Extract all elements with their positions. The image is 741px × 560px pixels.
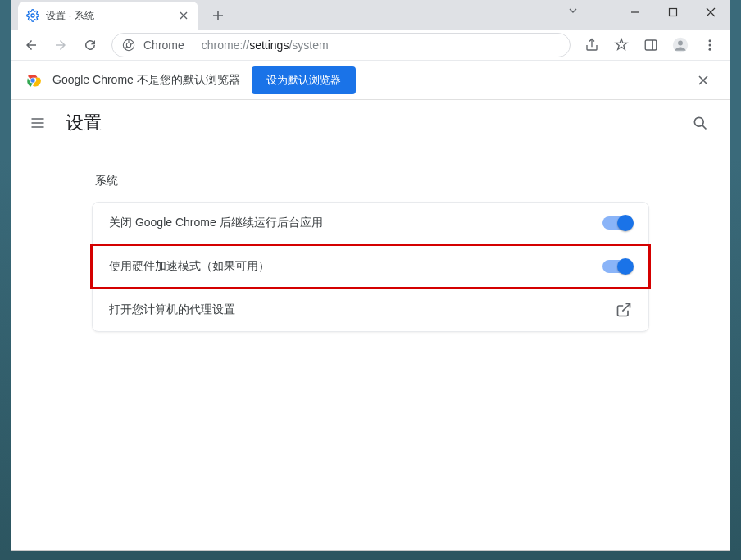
toggle-background-apps[interactable] <box>602 216 632 230</box>
url-text: chrome://settings/system <box>202 39 329 52</box>
close-window-button[interactable] <box>692 0 730 25</box>
svg-line-15 <box>702 125 707 130</box>
svg-point-14 <box>694 117 703 126</box>
site-label: Chrome <box>143 39 184 52</box>
sidepanel-button[interactable] <box>638 32 664 58</box>
svg-rect-1 <box>670 9 677 16</box>
chrome-logo-icon <box>25 72 41 89</box>
row-proxy-settings[interactable]: 打开您计算机的代理设置 <box>93 289 648 331</box>
system-settings-card: 关闭 Google Chrome 后继续运行后台应用 使用硬件加速模式（如果可用… <box>92 202 649 332</box>
share-button[interactable] <box>579 32 605 58</box>
settings-content: 系统 关闭 Google Chrome 后继续运行后台应用 使用硬件加速模式（如… <box>11 146 730 550</box>
chrome-icon <box>122 39 135 52</box>
page-title: 设置 <box>66 111 102 135</box>
svg-point-7 <box>678 40 683 45</box>
reload-button[interactable] <box>77 32 103 58</box>
settings-header: 设置 <box>11 100 730 146</box>
browser-tab[interactable]: 设置 - 系统 <box>18 2 198 30</box>
gear-icon <box>26 9 39 22</box>
highlight-box: 使用硬件加速模式（如果可用） <box>90 244 651 289</box>
svg-line-16 <box>622 304 630 312</box>
browser-window: 设置 - 系统 Chro <box>11 0 730 551</box>
menu-button[interactable] <box>697 32 723 58</box>
row-label: 打开您计算机的代理设置 <box>109 303 616 317</box>
default-browser-infobar: Google Chrome 不是您的默认浏览器 设为默认浏览器 <box>11 61 730 100</box>
external-link-icon <box>616 302 632 318</box>
svg-point-0 <box>31 14 34 17</box>
infobar-message: Google Chrome 不是您的默认浏览器 <box>52 73 240 88</box>
divider <box>193 39 193 52</box>
row-label: 使用硬件加速模式（如果可用） <box>109 259 602 274</box>
svg-point-8 <box>709 39 711 42</box>
svg-point-9 <box>709 43 711 46</box>
chevron-down-icon[interactable] <box>567 5 579 16</box>
svg-point-10 <box>709 48 711 50</box>
section-title: 系统 <box>95 174 649 189</box>
bookmark-button[interactable] <box>608 32 634 58</box>
svg-rect-4 <box>645 40 657 50</box>
omnibox[interactable]: Chrome chrome://settings/system <box>111 33 571 57</box>
new-tab-button[interactable] <box>207 4 230 27</box>
tab-title: 设置 - 系统 <box>46 9 170 23</box>
set-default-button[interactable]: 设为默认浏览器 <box>252 66 356 94</box>
address-bar: Chrome chrome://settings/system <box>11 30 730 61</box>
titlebar: 设置 - 系统 <box>11 0 730 30</box>
profile-button[interactable] <box>667 32 693 58</box>
toggle-hardware-accel[interactable] <box>602 260 632 273</box>
minimize-button[interactable] <box>616 0 654 25</box>
row-hardware-accel: 使用硬件加速模式（如果可用） <box>93 246 648 287</box>
tab-close-icon[interactable] <box>177 9 190 22</box>
maximize-button[interactable] <box>654 0 692 25</box>
search-button[interactable] <box>687 110 713 136</box>
infobar-close-button[interactable] <box>690 67 716 93</box>
row-label: 关闭 Google Chrome 后继续运行后台应用 <box>109 216 602 230</box>
window-controls <box>616 0 730 25</box>
back-button[interactable] <box>18 32 44 58</box>
menu-icon[interactable] <box>28 113 48 133</box>
row-background-apps: 关闭 Google Chrome 后继续运行后台应用 <box>93 203 648 244</box>
forward-button[interactable] <box>48 32 74 58</box>
